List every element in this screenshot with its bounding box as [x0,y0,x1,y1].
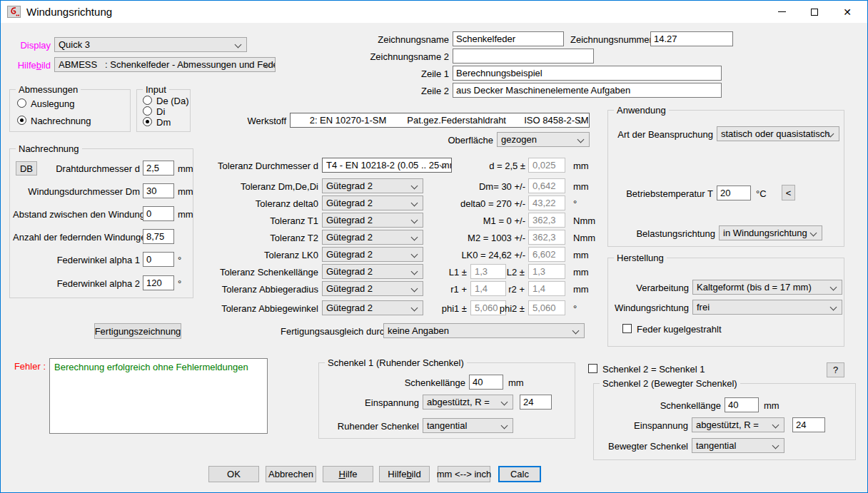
beanspruchung-select[interactable]: statisch oder quasistatisch [717,126,839,141]
title-bar: Windungsrichtung ✕ [1,1,867,23]
result-r-unit: mm [573,284,589,295]
werkstoff-select[interactable]: 2: EN 10270-1-SM Pat.gez.Federstahldraht… [290,113,590,128]
beanspruchung-label: Art der Beanspruchung [615,129,713,140]
zeichnungsnummer-input[interactable]: 14.27 [650,31,733,46]
federwinkel1-label: Federwinkel alpha 1 [13,255,140,265]
windungsdurchmesser-input[interactable]: 30 [143,183,174,198]
radio-auslegung-label: Auslegung [31,98,74,109]
toleranz-t2-select[interactable]: Gütegrad 2 [322,230,423,245]
zeichnungsname-input[interactable]: Schenkelfeder [453,31,564,46]
result-dm-label: Dm= 30 +/- [429,181,525,192]
minimize-button[interactable] [765,1,798,23]
radio-dm-label: Dm [156,117,171,128]
anzahl-windungen-input[interactable]: 8,75 [143,229,174,244]
close-button[interactable]: ✕ [831,1,864,23]
result-d-value: 0,025 [528,158,565,173]
radio-auslegung[interactable] [17,98,26,108]
toleranz-t1-label: Toleranz T1 [208,215,318,226]
oberflaeche-select[interactable]: gezogen [497,132,590,147]
radio-di[interactable] [143,106,152,116]
schenkel2-equals-checkbox[interactable] [588,364,597,373]
hilfebild-select[interactable]: ABMESS : Schenkelfeder - Abmessungen und… [54,57,276,72]
toleranz-lk0-select[interactable]: Gütegrad 2 [322,247,423,262]
verarbeitung-select[interactable]: Kaltgeformt (bis d = 17 mm) [692,280,842,295]
zeichnungsname2-label: Zeichnungsname 2 [350,51,449,62]
anwendung-group: Anwendung Art der Beanspruchung statisch… [607,110,844,247]
result-l1-label: L1 ± [428,267,467,278]
ok-button[interactable]: OK [208,466,259,482]
kugelgestrahlt-checkbox[interactable] [622,324,632,333]
hilfebild-button[interactable]: Hilfebild [379,466,430,482]
anwendung-legend: Anwendung [614,105,669,116]
schenkel1-legend: Schenkel 1 (Ruhender Schenkel) [325,357,467,368]
zeichnungsname-label: Zeichnungsname [358,34,449,45]
toleranz-abbiegewinkel-label: Toleranz Abbiegewinkel [208,303,318,314]
zeile2-input[interactable]: aus Decker Maschinenelemente Aufgaben [453,83,722,98]
fertigungsausgleich-label: Fertigungsausgleich durch [281,326,380,337]
display-select[interactable]: Quick 3 [54,37,247,52]
oberflaeche-label: Oberfläche [443,135,493,146]
fertigungsausgleich-select[interactable]: keine Angaben [383,323,585,338]
toleranz-schenkellaenge-select[interactable]: Gütegrad 2 [322,264,423,279]
schenkel2-group: Schenkel 2 (Bewegter Schenkel) Schenkell… [593,383,856,460]
federwinkel2-input[interactable]: 120 [143,275,174,290]
schenkel1-group: Schenkel 1 (Ruhender Schenkel) Schenkell… [318,362,575,439]
kugelgestrahlt-label: Feder kugelgestrahlt [637,324,722,335]
schenkel1-laenge-input[interactable]: 40 [469,375,503,390]
schenkel2-einspannung-select[interactable]: abgestützt, R = [692,417,784,432]
abstand-label: Abstand zwischen den Windungen a [13,209,140,220]
schenkel1-art-select[interactable]: tangential [423,418,513,433]
radio-dm[interactable] [143,117,152,126]
temperatur-back-button[interactable]: < [782,185,795,200]
nachrechnung-legend: Nachrechnung [16,143,82,154]
mm-inch-button[interactable]: mm <--> inch [438,466,490,482]
maximize-button[interactable] [798,1,831,23]
help-button[interactable]: ? [827,362,844,377]
abstand-input[interactable]: 0 [143,206,174,221]
hilfe-button[interactable]: Hilfe [323,466,373,482]
windungsrichtung-select[interactable]: frei [692,300,842,315]
schenkel2-laenge-input[interactable]: 40 [725,397,759,412]
toleranz-abbiegeradius-select[interactable]: Gütegrad 2 [322,281,423,296]
result-m2-unit: Nmm [573,233,595,243]
abbrechen-button[interactable]: Abbrechen [266,466,316,482]
toleranz-t1-select[interactable]: Gütegrad 2 [322,213,423,228]
zeichnungsname2-input[interactable] [453,49,594,63]
result-r2-label: r2 + [492,284,525,295]
toleranz-dm-select[interactable]: Gütegrad 2 [322,178,423,193]
maximize-icon [811,9,818,16]
toleranz-delta0-select[interactable]: Gütegrad 2 [322,195,423,210]
result-m1-value: 362,3 [528,213,565,228]
betriebstemperatur-input[interactable]: 20 [717,185,751,200]
schenkel2-r-input[interactable]: 24 [792,417,825,432]
zeile1-input[interactable]: Berechnungsbeispiel [453,66,722,81]
radio-de-da-label: De (Da) [156,96,189,106]
radio-nachrechnung[interactable] [17,116,26,125]
federwinkel2-unit: ° [178,278,181,289]
window-title: Windungsrichtung [26,6,112,18]
schenkel2-legend: Schenkel 2 (Bewegter Schenkel) [600,378,740,389]
result-lk0-label: LK0 = 24,62 +/- [429,250,525,260]
windungsdurchmesser-label: Windungsdurchmesser Dm [13,186,140,197]
schenkel1-r-input[interactable]: 24 [520,395,552,410]
radio-de-da[interactable] [143,96,152,105]
fehler-box: Berechnung erfolgreich ohne Fehlermeldun… [49,358,268,434]
zeile1-label: Zeile 1 [400,68,449,79]
fertigungszeichnung-button[interactable]: Fertigungszeichnung [94,323,181,339]
toleranz-abbiegewinkel-select[interactable]: Gütegrad 2 [322,300,423,315]
schenkel2-einspannung-label: Einspannung [601,420,688,431]
schenkel1-einspannung-label: Einspannung [330,397,419,408]
result-phi2-label: phi2 ± [492,303,525,314]
result-r2-value: 1,4 [528,281,565,296]
schenkel1-einspannung-select[interactable]: abgestützt, R = [423,395,513,410]
drahtdurchmesser-input[interactable]: 2,5 [143,161,174,176]
schenkel2-art-select[interactable]: tangential [692,438,784,453]
toleranz-lk0-label: Toleranz LK0 [208,250,318,260]
calc-button[interactable]: Calc [498,466,541,482]
betriebstemperatur-label: Betriebstemperatur T [615,188,713,199]
schenkel2-equals-label: Schenkel 2 = Schenkel 1 [602,364,705,375]
toleranz-delta0-label: Toleranz delta0 [208,198,318,209]
belastungsrichtung-select[interactable]: in Windungsrichtung [719,225,822,240]
schenkel2-laenge-unit: mm [764,400,779,411]
federwinkel1-input[interactable]: 0 [143,252,174,267]
